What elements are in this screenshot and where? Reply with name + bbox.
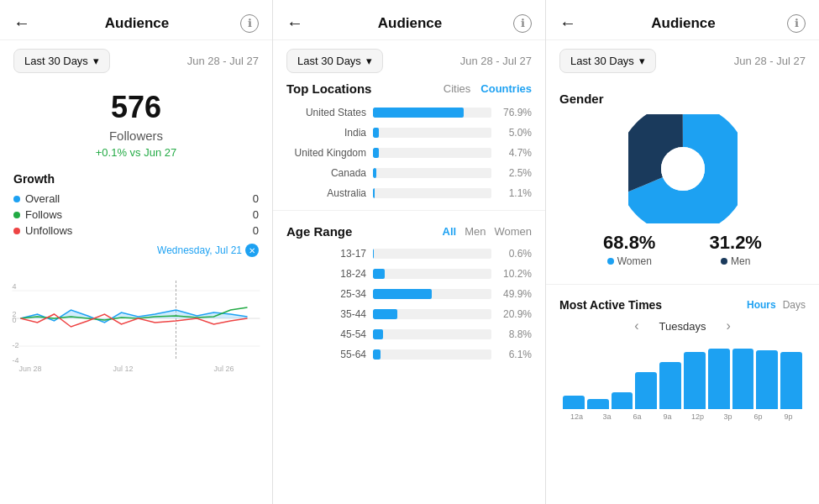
location-name: Australia [286, 187, 366, 199]
location-name: United Kingdom [286, 147, 366, 159]
tab-cities[interactable]: Cities [444, 82, 471, 95]
time-bar-wrap [587, 342, 609, 409]
time-bar-wrap [780, 342, 802, 409]
age-row: 25-34 49.9% [273, 284, 545, 304]
svg-text:4: 4 [13, 282, 17, 291]
age-row: 35-44 20.9% [273, 304, 545, 324]
location-bar-container [373, 128, 491, 138]
back-button-1[interactable]: ← [13, 13, 34, 33]
legend-overall: Overall 0 [13, 192, 259, 205]
time-bar-wrap [708, 342, 730, 409]
time-bar [563, 396, 585, 409]
svg-text:Jul 12: Jul 12 [113, 365, 134, 373]
women-label: Women [617, 255, 652, 267]
panel-gender: ← Audience ℹ Last 30 Days ▾ Jun 28 - Jul… [546, 0, 819, 504]
time-label: 12a [563, 412, 591, 421]
time-bar [587, 399, 609, 409]
growth-chart: 4 2 0 -2 -4 Jun 28 Jul 12 Jul 26 [0, 264, 272, 376]
tooltip-text: Wednesday, Jul 21 [157, 244, 242, 256]
women-legend: Women [603, 255, 655, 267]
followers-label: Followers [0, 129, 272, 143]
location-row: India 5.0% [273, 123, 545, 143]
day-nav: ‹ Tuesdays › [559, 318, 806, 333]
men-label: Men [731, 255, 750, 267]
age-row: 55-64 6.1% [273, 344, 545, 365]
svg-text:Jun 28: Jun 28 [19, 365, 42, 373]
age-range-label: 55-64 [286, 349, 366, 360]
time-bar-wrap [659, 342, 681, 409]
back-button-2[interactable]: ← [286, 13, 307, 33]
tab-countries[interactable]: Countries [480, 82, 532, 95]
gender-stats: 68.8% Women 31.2% Men [559, 232, 806, 267]
age-range-label: 45-54 [286, 328, 366, 340]
time-label: 9a [654, 412, 681, 421]
next-day-btn[interactable]: › [726, 318, 730, 333]
tooltip-close[interactable]: ✕ [245, 244, 259, 257]
date-row-2: Last 30 Days ▾ Jun 28 - Jul 27 [273, 40, 545, 81]
pie-svg [628, 114, 738, 223]
top-locations-title: Top Locations [286, 81, 371, 96]
men-pct: 31.2% [710, 232, 762, 254]
panel-locations: ← Audience ℹ Last 30 Days ▾ Jun 28 - Jul… [273, 0, 546, 504]
location-bar-container [373, 148, 491, 158]
age-range-row: Age Range All Men Women [273, 218, 545, 244]
back-button-3[interactable]: ← [559, 13, 580, 33]
time-label: 6a [623, 412, 651, 421]
tab-men[interactable]: Men [465, 225, 486, 238]
panel2-title: Audience [378, 15, 443, 32]
location-bar [373, 188, 375, 198]
prev-day-btn[interactable]: ‹ [634, 318, 638, 333]
dot-men [721, 258, 727, 265]
time-bar-wrap [684, 342, 706, 409]
age-bar [373, 309, 397, 319]
location-name: Canada [286, 167, 366, 179]
date-selector-3[interactable]: Last 30 Days ▾ [559, 49, 656, 73]
info-button-1[interactable]: ℹ [240, 14, 259, 33]
panel1-header: ← Audience ℹ [0, 0, 272, 40]
top-locations-row: Top Locations Cities Countries [273, 81, 545, 102]
age-bar-container [373, 309, 491, 319]
time-bars [559, 342, 806, 409]
divider-2 [546, 284, 819, 285]
location-row: Canada 2.5% [273, 163, 545, 183]
legend-overall-val: 0 [253, 192, 259, 205]
age-pct: 8.8% [498, 328, 532, 340]
age-range-label: 35-44 [286, 308, 366, 320]
date-range-3: Jun 28 - Jul 27 [734, 55, 806, 67]
time-bar-wrap [635, 342, 657, 409]
gender-title: Gender [559, 92, 806, 106]
legend-overall-label: Overall [25, 192, 60, 205]
location-pct: 4.7% [498, 147, 532, 159]
age-bar-container [373, 349, 491, 360]
location-tabs: Cities Countries [444, 82, 532, 95]
time-label: 3p [714, 412, 742, 421]
location-bar [373, 168, 376, 178]
date-selector-2[interactable]: Last 30 Days ▾ [286, 49, 383, 73]
tab-days[interactable]: Days [783, 299, 806, 311]
date-selector-1[interactable]: Last 30 Days ▾ [13, 49, 110, 73]
time-bar [708, 349, 730, 409]
dot-follows [13, 212, 20, 218]
tab-all[interactable]: All [443, 225, 457, 238]
time-bar [684, 352, 706, 409]
location-row: United States 76.9% [273, 102, 545, 123]
age-row: 45-54 8.8% [273, 324, 545, 344]
location-pct: 76.9% [498, 107, 532, 118]
chart-svg: 4 2 0 -2 -4 Jun 28 Jul 12 Jul 26 [7, 264, 265, 373]
info-button-3[interactable]: ℹ [787, 14, 806, 33]
men-stat: 31.2% Men [710, 232, 762, 267]
tab-hours[interactable]: Hours [747, 299, 776, 311]
age-pct: 20.9% [498, 308, 532, 320]
legend-unfollows: Unfollows 0 [13, 224, 259, 237]
date-range-2: Jun 28 - Jul 27 [460, 55, 532, 67]
age-pct: 10.2% [498, 268, 532, 280]
age-bar [373, 269, 385, 279]
location-pct: 5.0% [498, 127, 532, 139]
info-button-2[interactable]: ℹ [513, 14, 532, 33]
age-bar [373, 289, 432, 299]
location-row: Australia 1.1% [273, 183, 545, 203]
at-tabs: Hours Days [747, 299, 806, 311]
tab-women[interactable]: Women [494, 225, 532, 238]
time-bar [780, 352, 802, 409]
divider-1 [273, 210, 545, 211]
